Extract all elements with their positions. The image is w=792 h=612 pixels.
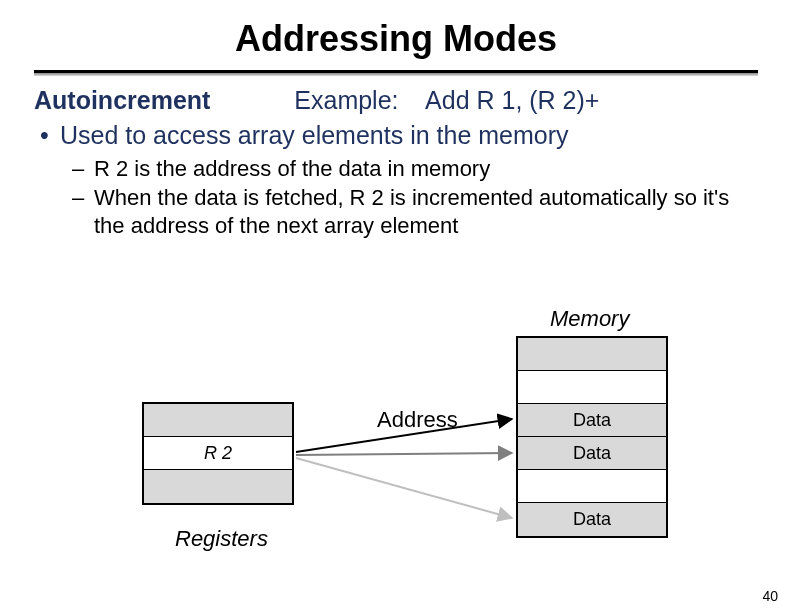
mode-example-line: Autoincrement Example: Add R 1, (R 2)+ <box>34 86 758 115</box>
page-number: 40 <box>762 588 778 604</box>
title-underline <box>34 70 758 76</box>
primary-bullets: Used to access array elements in the mem… <box>34 119 758 151</box>
registers-block: R 2 <box>142 402 294 505</box>
register-row-1: R 2 <box>144 437 292 470</box>
memory-cell-2: Data <box>518 404 666 437</box>
memory-block: Data Data Data <box>516 336 668 538</box>
arrow-r2-to-data3 <box>296 458 512 518</box>
slide-title: Addressing Modes <box>34 18 758 60</box>
bullet-1: Used to access array elements in the mem… <box>34 119 758 151</box>
subbullet-1: R 2 is the address of the data in memory <box>34 155 758 184</box>
memory-cell-4 <box>518 470 666 503</box>
address-label: Address <box>377 407 458 433</box>
memory-cell-3: Data <box>518 437 666 470</box>
example-label: Example: <box>294 86 398 114</box>
diagram: Memory Data Data Data Address R 2 Regist… <box>0 300 792 590</box>
mode-name: Autoincrement <box>34 86 210 114</box>
memory-heading: Memory <box>550 306 629 332</box>
subbullet-2: When the data is fetched, R 2 is increme… <box>34 184 758 241</box>
secondary-bullets: R 2 is the address of the data in memory… <box>34 155 758 241</box>
memory-cell-1 <box>518 371 666 404</box>
memory-cell-5: Data <box>518 503 666 536</box>
registers-heading: Registers <box>175 526 268 552</box>
example-code: Add R 1, (R 2)+ <box>425 86 599 114</box>
register-row-2 <box>144 470 292 503</box>
memory-cell-0 <box>518 338 666 371</box>
arrow-r2-to-data2 <box>296 453 512 455</box>
slide: Addressing Modes Autoincrement Example: … <box>0 0 792 612</box>
register-row-0 <box>144 404 292 437</box>
arrows-svg <box>0 300 792 590</box>
